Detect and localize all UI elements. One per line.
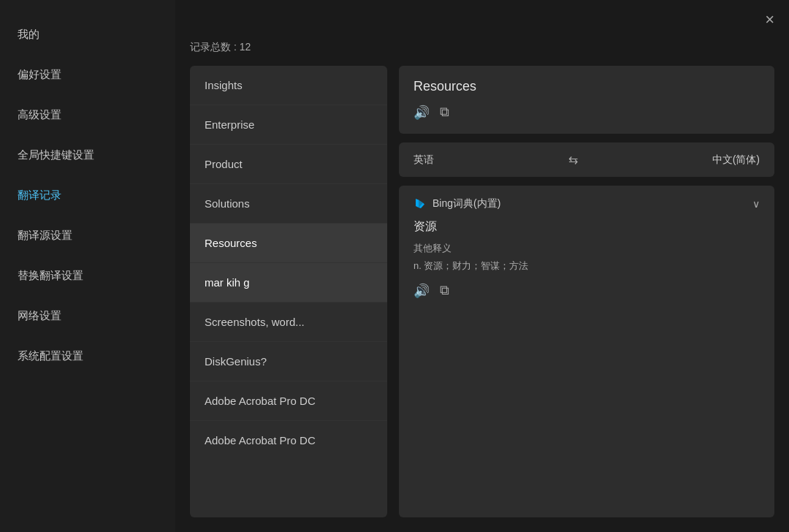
- dictionary-card: Bing词典(内置) ∨ 资源 其他释义 n. 资源；财力；智谋；方法 🔊 ⧉: [399, 186, 774, 517]
- dict-copy-icon[interactable]: ⧉: [440, 283, 449, 299]
- swap-icon[interactable]: ⇆: [568, 153, 578, 167]
- dict-header: Bing词典(内置) ∨: [413, 197, 760, 210]
- list-item-insights[interactable]: Insights: [190, 66, 387, 105]
- sidebar-item-sysconfig[interactable]: 系统配置设置: [0, 336, 175, 376]
- dict-main-result: 资源: [413, 219, 760, 235]
- list-item-product[interactable]: Product: [190, 145, 387, 184]
- sidebar-item-hotkeys[interactable]: 全局快捷键设置: [0, 135, 175, 175]
- sidebar-item-sources[interactable]: 翻译源设置: [0, 216, 175, 256]
- language-bar: 英语 ⇆ 中文(简体): [399, 142, 774, 177]
- sidebar-item-my[interactable]: 我的: [0, 15, 175, 55]
- list-item-enterprise[interactable]: Enterprise: [190, 105, 387, 145]
- dict-volume-icon[interactable]: 🔊: [413, 283, 430, 299]
- close-button[interactable]: ×: [765, 12, 774, 28]
- sidebar-item-history[interactable]: 翻译记录: [0, 175, 175, 216]
- dict-other-label: 其他释义: [413, 242, 760, 255]
- sidebar-item-advanced[interactable]: 高级设置: [0, 95, 175, 135]
- word-actions: 🔊 ⧉: [413, 104, 760, 121]
- dict-name: Bing词典(内置): [432, 197, 500, 210]
- volume-icon[interactable]: 🔊: [413, 104, 430, 121]
- dict-name-row: Bing词典(内置): [413, 197, 500, 210]
- target-lang[interactable]: 中文(简体): [712, 153, 760, 167]
- detail-panel: Resources 🔊 ⧉ 英语 ⇆ 中文(简体): [399, 66, 774, 517]
- list-item-screenshots[interactable]: Screenshots, word...: [190, 303, 387, 342]
- list-item-acrobat1[interactable]: Adobe Acrobat Pro DC: [190, 381, 387, 421]
- content-area: InsightsEnterpriseProductSolutionsResour…: [190, 66, 774, 517]
- sidebar-item-replace[interactable]: 替换翻译设置: [0, 256, 175, 296]
- dict-actions: 🔊 ⧉: [413, 283, 760, 299]
- list-item-markihg[interactable]: mar kih g: [190, 263, 387, 303]
- chevron-down-icon[interactable]: ∨: [752, 198, 760, 210]
- bing-icon: [413, 197, 427, 210]
- list-item-solutions[interactable]: Solutions: [190, 184, 387, 224]
- translation-list: InsightsEnterpriseProductSolutionsResour…: [190, 66, 387, 517]
- sidebar-item-network[interactable]: 网络设置: [0, 296, 175, 336]
- dict-other-content: n. 资源；财力；智谋；方法: [413, 259, 760, 273]
- list-item-acrobat2[interactable]: Adobe Acrobat Pro DC: [190, 421, 387, 460]
- copy-icon[interactable]: ⧉: [440, 104, 449, 121]
- word-title: Resources: [413, 79, 760, 94]
- record-count: 记录总数 : 12: [190, 41, 251, 54]
- list-item-resources[interactable]: Resources: [190, 224, 387, 263]
- word-card: Resources 🔊 ⧉: [399, 66, 774, 134]
- sidebar-item-preferences[interactable]: 偏好设置: [0, 55, 175, 95]
- source-lang[interactable]: 英语: [413, 153, 434, 167]
- sidebar: 我的偏好设置高级设置全局快捷键设置翻译记录翻译源设置替换翻译设置网络设置系统配置…: [0, 0, 175, 532]
- list-item-diskgenius[interactable]: DiskGenius?: [190, 342, 387, 381]
